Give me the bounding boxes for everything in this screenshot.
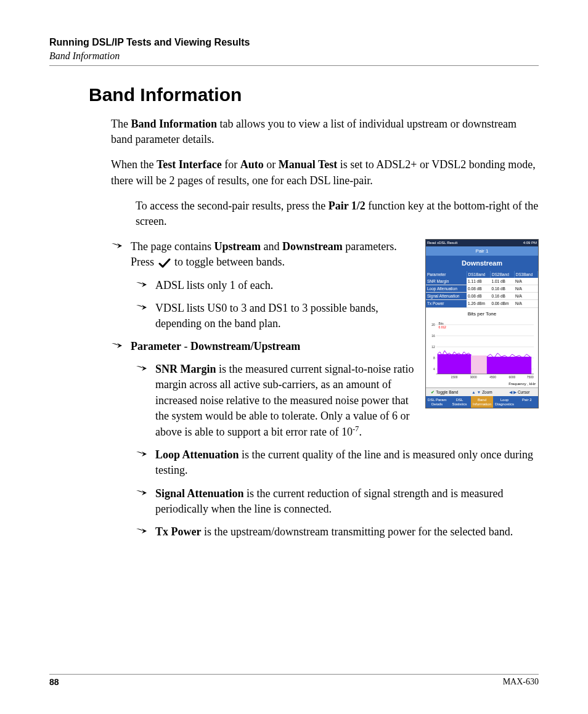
cell: N/A — [514, 300, 538, 307]
section-subhead: Band Information — [49, 51, 539, 62]
term-upstream: Upstream — [214, 240, 261, 253]
text: The page contains — [131, 240, 214, 253]
page-footer: 88 MAX-630 — [49, 669, 539, 687]
bullet-tx-power: Tx Power is the upstream/downstream tran… — [136, 524, 539, 540]
th-ds3: DS3Band — [514, 271, 538, 278]
svg-text:Bits: Bits — [439, 322, 444, 325]
text: To access the second-pair results, press… — [136, 200, 329, 212]
bullet-parameter-header: Parameter - Downstream/Upstream — [111, 339, 417, 354]
table-row: Tx Power1.26 dBm0.06 dBmN/A — [426, 300, 538, 307]
softkey-label: Zoom — [482, 389, 492, 395]
term-downstream: Downstream — [282, 240, 343, 253]
cell: N/A — [514, 278, 538, 285]
term-test-interface: Test Interface — [157, 158, 222, 171]
cell: N/A — [514, 285, 538, 293]
svg-text:12: 12 — [431, 346, 435, 349]
bullet-adsl-lists: ADSL lists only 1 of each. — [136, 278, 417, 293]
text: When the — [111, 158, 157, 171]
cell: 0.16 dB — [491, 293, 514, 300]
th-parameter: Parameter — [426, 271, 467, 278]
text: VDSL lists US0 to 3 and DS1 to 3 possibl… — [155, 301, 417, 331]
svg-text:4: 4 — [433, 368, 435, 371]
arrow-up-icon: ▲ — [472, 389, 475, 395]
paragraph-3: To access the second-pair results, press… — [136, 198, 539, 229]
fig-tab-row: DSL Param Details DSL Statistics Band In… — [426, 396, 538, 408]
paragraph-1: The Band Information tab allows you to v… — [111, 116, 539, 147]
page-title: Band Information — [89, 84, 539, 105]
arrow-icon — [111, 241, 123, 250]
arrow-icon — [136, 527, 148, 535]
fig-xlabel: Frequency , kHz — [426, 381, 538, 386]
th-ds1: DS1Band — [467, 271, 490, 278]
table-row: Signal Attenuation0.08 dB0.16 dBN/A — [426, 293, 538, 300]
fig-chart: 20 16 12 8 4 Bits 0.012 — [428, 318, 536, 380]
text: or — [264, 158, 279, 171]
device-screenshot-figure: Read xDSL Result 4:09 PM Pair 1 Downstre… — [425, 239, 539, 408]
fig-status-title: Read xDSL Result — [427, 240, 457, 245]
arrow-right-icon: ▶ — [513, 389, 517, 395]
fig-chart-title: Bits per Tone — [426, 308, 538, 318]
arrow-down-icon: ▼ — [477, 389, 481, 395]
cell: 1.01 dB — [491, 278, 514, 285]
softkey-toggle-band: ✔Toggle Band — [426, 388, 463, 396]
term-auto: Auto — [240, 158, 264, 171]
text: . — [359, 426, 362, 438]
svg-text:6000: 6000 — [508, 376, 515, 379]
softkey-label: Cursor — [518, 389, 530, 395]
th-ds2: DS2Band — [491, 271, 514, 278]
svg-text:0.012: 0.012 — [439, 326, 446, 329]
svg-text:7500: 7500 — [527, 376, 534, 379]
term-snr-margin: SNR Margin — [155, 363, 216, 375]
arrow-left-icon: ◀ — [509, 389, 512, 395]
fig-parameter-table: Parameter DS1Band DS2Band DS3Band SNR Ma… — [426, 271, 538, 307]
tab-loop-diagnostics: Loop Diagnostics — [493, 396, 515, 408]
cell: Signal Attenuation — [426, 293, 467, 300]
svg-rect-13 — [471, 355, 486, 374]
arrow-icon — [136, 303, 148, 312]
term-tx-power: Tx Power — [155, 525, 201, 538]
page-number: 88 — [49, 677, 59, 687]
text: The — [111, 118, 131, 130]
fig-direction-label: Downstream — [426, 256, 538, 271]
cell: 1.26 dBm — [467, 300, 490, 307]
svg-rect-12 — [438, 354, 472, 374]
header-rule — [49, 65, 539, 66]
term-parameter: Parameter — [131, 340, 181, 352]
arrow-icon — [136, 280, 148, 289]
cell: Loop Attenuation — [426, 285, 467, 293]
text: and — [261, 240, 282, 253]
term-signal-attenuation: Signal Attenuation — [155, 487, 244, 500]
running-head: Running DSL/IP Tests and Viewing Results — [49, 37, 539, 48]
superscript: -7 — [353, 424, 359, 433]
term-downstream-upstream: Downstream/Upstream — [190, 340, 300, 352]
footer-rule — [49, 674, 539, 675]
fig-softkey-row: ✔Toggle Band ▲▼Zoom ◀▶Cursor — [426, 387, 538, 396]
bullet-signal-attenuation: Signal Attenuation is the current reduct… — [136, 486, 539, 517]
svg-rect-14 — [487, 357, 531, 374]
cell: 1.11 dB — [467, 278, 490, 285]
bullet-loop-attenuation: Loop Attenuation is the current quality … — [136, 447, 539, 478]
model-label: MAX-630 — [503, 677, 539, 687]
fig-pair-label: Pair 1 — [426, 246, 538, 256]
table-header-row: Parameter DS1Band DS2Band DS3Band — [426, 271, 538, 278]
cell: N/A — [514, 293, 538, 300]
check-key-icon — [158, 258, 171, 268]
table-row: Loop Attenuation0.08 dB0.16 dBN/A — [426, 285, 538, 293]
tab-band-information: Band Information — [471, 396, 493, 408]
arrow-icon — [111, 341, 123, 350]
softkey-zoom: ▲▼Zoom — [463, 388, 501, 396]
tab-dsl-statistics: DSL Statistics — [448, 396, 470, 408]
svg-text:3000: 3000 — [470, 376, 477, 379]
arrow-icon — [136, 450, 148, 458]
cell: 0.16 dB — [491, 285, 514, 293]
bullet-vdsl-lists: VDSL lists US0 to 3 and DS1 to 3 possibl… — [136, 301, 417, 331]
term-band-information: Band Information — [131, 118, 217, 130]
text: ADSL lists only 1 of each. — [155, 278, 417, 293]
cell: Tx Power — [426, 300, 467, 307]
svg-text:8: 8 — [433, 357, 435, 360]
text: is the upstream/downstream transmitting … — [201, 525, 513, 538]
text: for — [222, 158, 240, 171]
fig-status-time: 4:09 PM — [523, 240, 537, 245]
table-row: SNR Margin1.11 dB1.01 dBN/A — [426, 278, 538, 285]
softkey-label: Toggle Band — [436, 389, 458, 395]
